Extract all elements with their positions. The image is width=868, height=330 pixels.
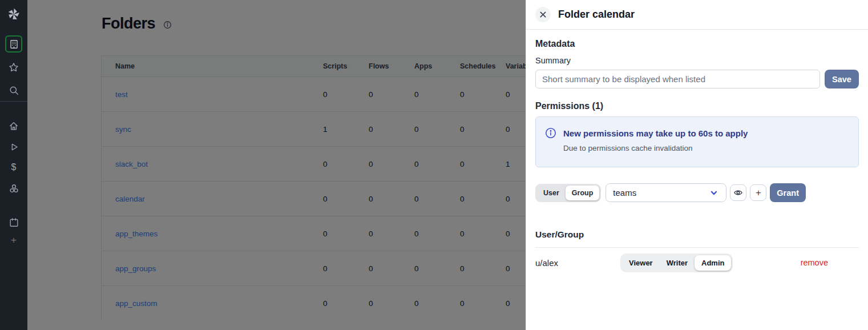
- sidebar-item-variables[interactable]: $: [7, 160, 21, 174]
- grant-button[interactable]: Grant: [770, 183, 806, 202]
- circles-cluster-icon: [8, 183, 20, 195]
- remove-link[interactable]: remove: [801, 258, 828, 267]
- dollar-icon: $: [11, 162, 17, 172]
- windmill-logo[interactable]: [0, 0, 27, 29]
- toggle-group-button[interactable]: Group: [566, 186, 600, 200]
- chevron-down-icon: [709, 188, 719, 198]
- user-group-toggle: User Group: [535, 184, 601, 202]
- home-icon: [8, 120, 19, 132]
- drawer-title: Folder calendar: [558, 9, 635, 21]
- summary-input[interactable]: [535, 70, 820, 88]
- plus-icon: +: [11, 235, 17, 246]
- close-icon: [539, 11, 547, 18]
- drawer-header: Folder calendar: [526, 0, 868, 30]
- sidebar-item-home[interactable]: [7, 119, 21, 133]
- acl-entity-name: u/alex: [535, 258, 620, 268]
- sidebar-item-favorites[interactable]: [7, 61, 21, 74]
- folder-drawer: Folder calendar Metadata Summary Save Pe…: [526, 0, 868, 330]
- grant-controls: User Group teams + Grant: [535, 183, 859, 202]
- permissions-heading: Permissions (1): [535, 101, 859, 111]
- search-icon: [9, 85, 19, 96]
- role-writer-button[interactable]: Writer: [660, 255, 695, 271]
- role-admin-button[interactable]: Admin: [695, 255, 731, 271]
- sidebar-item-folders[interactable]: [5, 35, 22, 53]
- sidebar-item-add[interactable]: +: [7, 234, 21, 247]
- plus-icon: +: [756, 188, 761, 198]
- divider: [535, 247, 859, 248]
- acl-row: u/alex Viewer Writer Admin remove: [535, 253, 859, 272]
- sidebar-divider: [0, 101, 27, 102]
- preview-button[interactable]: [730, 184, 746, 201]
- star-icon: [8, 62, 19, 73]
- sidebar: $ +: [0, 0, 27, 330]
- sidebar-item-search[interactable]: [7, 83, 21, 97]
- windmill-logo-icon: [6, 6, 22, 22]
- role-viewer-button[interactable]: Viewer: [622, 255, 660, 271]
- alert-title: New permissions may take up to 60s to ap…: [563, 128, 748, 138]
- metadata-heading: Metadata: [535, 39, 859, 49]
- building-icon: [9, 39, 19, 50]
- close-button[interactable]: [535, 7, 551, 22]
- calendar-icon: [9, 217, 19, 228]
- play-icon: [9, 142, 19, 152]
- alert-body: Due to permissions cache invalidation: [563, 144, 849, 152]
- eye-icon: [733, 188, 743, 198]
- permissions-alert: New permissions may take up to 60s to ap…: [535, 116, 859, 167]
- info-icon: [545, 127, 556, 139]
- acl-heading: User/Group: [535, 230, 859, 240]
- group-select[interactable]: teams: [605, 183, 726, 202]
- role-toggle: Viewer Writer Admin: [620, 253, 733, 272]
- sidebar-item-runs[interactable]: [7, 140, 21, 154]
- group-select-value: teams: [613, 188, 709, 198]
- save-button[interactable]: Save: [825, 70, 859, 88]
- sidebar-item-resources[interactable]: [7, 182, 21, 195]
- toggle-user-button[interactable]: User: [537, 186, 566, 200]
- summary-label: Summary: [535, 56, 859, 65]
- sidebar-item-schedules[interactable]: [7, 215, 21, 229]
- add-group-button[interactable]: +: [750, 184, 766, 201]
